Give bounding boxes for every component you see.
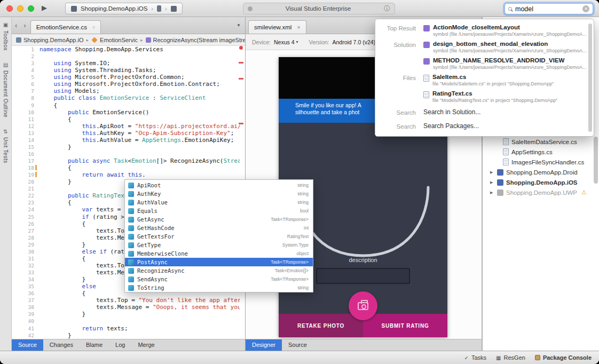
- line-number[interactable]: 22: [12, 192, 40, 199]
- search-result-row[interactable]: SearchSearch Packages...: [375, 119, 594, 133]
- editor-view-tab-log[interactable]: Log: [109, 339, 131, 351]
- device-selector[interactable]: Nexus 4 ▾: [274, 39, 298, 45]
- line-number[interactable]: 35: [12, 283, 40, 290]
- editor-view-tab-changes[interactable]: Changes: [43, 339, 80, 351]
- line-number[interactable]: 15: [12, 144, 40, 151]
- sidebar-tab-unit-tests[interactable]: ⇅Unit Tests: [3, 124, 9, 170]
- code-line[interactable]: 3 using System.IO;: [12, 60, 245, 67]
- line-number[interactable]: 4: [12, 67, 40, 74]
- solution-item[interactable]: ▶Shopping.DemoApp.Droid: [483, 167, 599, 177]
- line-number[interactable]: 32: [12, 262, 40, 269]
- designer-view-tab-source[interactable]: Source: [282, 339, 313, 351]
- code-line[interactable]: 38 texts.Message = "Ooops, it seems that…: [12, 304, 245, 311]
- code-line[interactable]: 14 this.AuthValue = AppSettings.EmotionA…: [12, 137, 245, 144]
- code-line[interactable]: 19 return await this.: [12, 171, 245, 178]
- line-number[interactable]: 34: [12, 276, 40, 283]
- editor-view-tab-blame[interactable]: Blame: [80, 339, 109, 351]
- close-window-button[interactable]: [6, 5, 13, 12]
- code-line[interactable]: 41 return texts;: [12, 325, 245, 332]
- line-number[interactable]: 38: [12, 304, 40, 311]
- close-tab-icon[interactable]: ×: [297, 24, 300, 30]
- line-number[interactable]: 3: [12, 60, 40, 67]
- code-line[interactable]: 1namespace Shopping.DemoApp.Services: [12, 46, 245, 53]
- camera-fab-button[interactable]: [349, 291, 377, 320]
- code-line[interactable]: 16: [12, 151, 245, 157]
- designer-view-tab-designer[interactable]: Designer: [246, 339, 282, 351]
- line-number[interactable]: 30: [12, 248, 40, 255]
- line-number[interactable]: 31: [12, 255, 40, 262]
- line-number[interactable]: 41: [12, 325, 40, 332]
- line-number[interactable]: 40: [12, 318, 40, 325]
- search-result-row[interactable]: Top ResultActionMode_closeItemLayoutsymb…: [375, 22, 594, 39]
- scrollbar-thumb[interactable]: [588, 23, 592, 132]
- tab-smileview-xml[interactable]: smileview.xml ×: [248, 20, 306, 34]
- resgen-button[interactable]: ▦ ResGen: [496, 354, 525, 361]
- retake-photo-button[interactable]: RETAKE PHOTO: [279, 314, 363, 337]
- sidebar-tab-document-outline[interactable]: ▤Document Outline: [3, 57, 9, 124]
- scrollbar-thumb[interactable]: [594, 137, 598, 184]
- code-line[interactable]: 13 this.AuthKey = "Ocp-Apim-Subscription…: [12, 130, 245, 137]
- line-number[interactable]: 39: [12, 311, 40, 318]
- zoom-window-button[interactable]: [28, 5, 34, 12]
- code-line[interactable]: 42 }: [12, 332, 245, 339]
- submit-rating-button[interactable]: SUBMIT RATING: [363, 314, 447, 337]
- line-number[interactable]: 36: [12, 290, 40, 297]
- tab-emotionservice-cs[interactable]: EmotionService.cs ○: [30, 20, 101, 34]
- line-number[interactable]: 10: [12, 109, 40, 116]
- code-line[interactable]: 11 {: [12, 116, 245, 123]
- completion-item[interactable]: GetTypeSystem.Type: [125, 241, 313, 249]
- code-line[interactable]: 2: [12, 53, 245, 60]
- code-line[interactable]: 6 using Microsoft.ProjectOxford.Emotion.…: [12, 81, 245, 88]
- search-result-row[interactable]: RatingText.csfile "Models/RatingText.cs"…: [375, 89, 594, 105]
- line-number[interactable]: 20: [12, 178, 40, 185]
- completion-item[interactable]: AuthValuestring: [125, 198, 313, 207]
- breadcrumb-item[interactable]: RecognizeAsync(Stream imageStream: [146, 37, 246, 43]
- line-number[interactable]: 21: [12, 185, 40, 192]
- code-line[interactable]: 12 this.ApiRoot = "https://api.projectox…: [12, 123, 245, 130]
- line-number[interactable]: 24: [12, 206, 40, 213]
- run-configuration-selector[interactable]: Shopping.DemoApp.iOS › ›: [65, 3, 183, 14]
- run-button[interactable]: ▶: [42, 4, 47, 12]
- search-result-row[interactable]: METHOD_NAME_RESOLVE_ANDROID_VIEWsymbol (…: [375, 56, 594, 72]
- code-line[interactable]: 4 using System.Threading.Tasks;: [12, 67, 245, 74]
- expand-icon[interactable]: ▶: [490, 191, 494, 195]
- code-line[interactable]: 9 {: [12, 102, 245, 109]
- minimize-window-button[interactable]: [17, 5, 23, 12]
- completion-item[interactable]: RecognizeAsyncTask<Emotion[]>: [125, 266, 313, 275]
- completion-item[interactable]: AuthKeystring: [125, 189, 313, 198]
- code-line[interactable]: 40: [12, 318, 245, 325]
- completion-item[interactable]: PostAsyncTask<TResponse>: [125, 258, 313, 266]
- line-number[interactable]: 33: [12, 269, 40, 276]
- line-number[interactable]: 14: [12, 137, 40, 144]
- line-number[interactable]: 2: [12, 53, 40, 60]
- completion-item[interactable]: SendAsyncTask<TResponse>: [125, 275, 313, 283]
- code-line[interactable]: 5 using Microsoft.ProjectOxford.Common;: [12, 74, 245, 81]
- tab-dirty-icon[interactable]: ○: [92, 25, 95, 30]
- sidebar-tab-toolbox[interactable]: ▣Toolbox: [3, 17, 9, 57]
- completion-item[interactable]: MemberwiseCloneobject: [125, 249, 313, 258]
- solution-item[interactable]: AppSettings.cs: [483, 147, 599, 157]
- solution-item[interactable]: ImagesFileSyncHandler.cs: [483, 157, 599, 167]
- line-number[interactable]: 16: [12, 151, 40, 157]
- line-number[interactable]: 6: [12, 81, 40, 88]
- line-number[interactable]: 7: [12, 88, 40, 94]
- code-line[interactable]: 10 public EmotionService(): [12, 109, 245, 116]
- clear-search-icon[interactable]: ✕: [582, 5, 589, 12]
- editor-view-tab-merge[interactable]: Merge: [131, 339, 161, 351]
- tab-overflow-icon[interactable]: ▼: [237, 23, 245, 28]
- line-number[interactable]: 23: [12, 199, 40, 206]
- code-line[interactable]: 39 }: [12, 311, 245, 318]
- line-number[interactable]: 13: [12, 130, 40, 137]
- line-number[interactable]: 5: [12, 74, 40, 81]
- global-search-field[interactable]: ✕: [505, 3, 593, 14]
- line-number[interactable]: 11: [12, 116, 40, 123]
- search-result-row[interactable]: SearchSearch in Solution...: [375, 105, 594, 119]
- search-result-row[interactable]: FilesSaleItem.csfile "Models/SaleItem.cs…: [375, 72, 594, 89]
- completion-item[interactable]: GetAsyncTask<TResponse>: [125, 215, 313, 224]
- solution-item[interactable]: ▶Shopping.DemoApp.UWP⚠: [483, 187, 599, 197]
- code-line[interactable]: 18 {: [12, 164, 245, 171]
- line-number[interactable]: 1: [12, 46, 40, 53]
- breadcrumb-item[interactable]: EmotionServic: [91, 37, 138, 43]
- line-number[interactable]: 42: [12, 332, 40, 339]
- completion-item[interactable]: GetHashCodeint: [125, 224, 313, 232]
